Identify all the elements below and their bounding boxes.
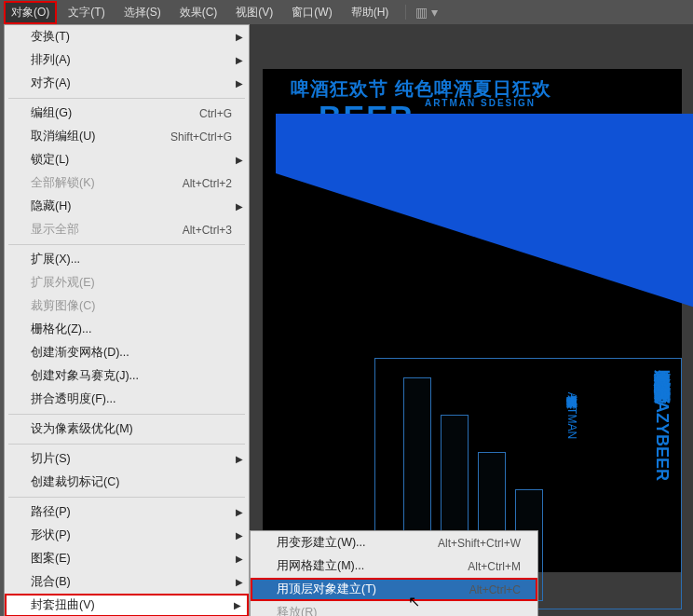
- menu-item-25[interactable]: 形状(P)▶: [5, 524, 249, 547]
- menu-item-24[interactable]: 路径(P)▶: [5, 500, 249, 524]
- submenu-item-3: 释放(R): [251, 601, 537, 616]
- chevron-right-icon: ▶: [236, 454, 243, 464]
- menu-item-4[interactable]: 编组(G)Ctrl+G: [5, 102, 249, 125]
- menu-item-11[interactable]: 扩展(X)...: [5, 248, 249, 271]
- submenu-item-2[interactable]: 用顶层对象建立(T)Alt+Ctrl+C: [251, 578, 537, 601]
- chevron-right-icon: ▶: [236, 78, 243, 89]
- chevron-right-icon: ▶: [236, 507, 243, 517]
- menu-item-2[interactable]: 对齐(A)▶: [5, 72, 249, 95]
- divider: [405, 5, 406, 20]
- menu-item-9: 显示全部Alt+Ctrl+3: [5, 218, 249, 241]
- menu-item-17[interactable]: 拼合透明度(F)...: [5, 388, 249, 411]
- menu-view[interactable]: 视图(V): [228, 1, 280, 24]
- chevron-right-icon: ▶: [236, 577, 243, 587]
- chevron-right-icon: ▶: [236, 32, 243, 42]
- menu-item-15[interactable]: 创建渐变网格(D)...: [5, 341, 249, 364]
- menu-item-6[interactable]: 锁定(L)▶: [5, 148, 249, 171]
- menu-item-19[interactable]: 设为像素级优化(M): [5, 418, 249, 441]
- envelope-distort-submenu: 用变形建立(W)...Alt+Shift+Ctrl+W用网格建立(M)...Al…: [250, 530, 538, 616]
- menu-separator: [8, 244, 245, 245]
- submenu-item-1[interactable]: 用网格建立(M)...Alt+Ctrl+M: [251, 554, 537, 578]
- chevron-right-icon: ▶: [236, 201, 243, 212]
- canvas-area[interactable]: 啤酒狂欢节 纯色啤酒夏日狂欢 疯凉狂 BEER ARTMAN SDESIGN 纯…: [250, 24, 693, 616]
- menu-separator: [8, 98, 245, 99]
- menu-object[interactable]: 对象(O): [4, 1, 57, 24]
- menu-item-14[interactable]: 栅格化(Z)...: [5, 318, 249, 341]
- menu-item-1[interactable]: 排列(A)▶: [5, 48, 249, 72]
- menu-effect[interactable]: 效果(C): [172, 1, 225, 24]
- artboard[interactable]: 啤酒狂欢节 纯色啤酒夏日狂欢 疯凉狂 BEER ARTMAN SDESIGN 纯…: [263, 69, 682, 572]
- menu-separator: [8, 497, 245, 498]
- menu-item-8[interactable]: 隐藏(H)▶: [5, 195, 249, 218]
- menu-window[interactable]: 窗口(W): [284, 1, 339, 24]
- menu-select[interactable]: 选择(S): [116, 1, 169, 24]
- menu-item-7: 全部解锁(K)Alt+Ctrl+2: [5, 171, 249, 195]
- chevron-right-icon: ▶: [234, 600, 241, 610]
- menu-item-12: 扩展外观(E): [5, 271, 249, 294]
- menu-help[interactable]: 帮助(H): [344, 1, 397, 24]
- menu-item-13: 裁剪图像(C): [5, 294, 249, 318]
- menu-item-5[interactable]: 取消编组(U)Shift+Ctrl+G: [5, 125, 249, 148]
- menu-item-16[interactable]: 创建对象马赛克(J)...: [5, 364, 249, 388]
- chevron-right-icon: ▶: [236, 155, 243, 165]
- menu-item-28[interactable]: 封套扭曲(V)▶: [5, 594, 249, 616]
- menu-item-21[interactable]: 切片(S)▶: [5, 447, 249, 471]
- menu-item-27[interactable]: 混合(B)▶: [5, 570, 249, 594]
- chevron-right-icon: ▶: [236, 554, 243, 564]
- arrange-docs-icon[interactable]: ▥ ▾: [415, 5, 438, 20]
- chevron-right-icon: ▶: [236, 55, 243, 65]
- menu-item-0[interactable]: 变换(T)▶: [5, 25, 249, 48]
- menu-item-26[interactable]: 图案(E)▶: [5, 547, 249, 570]
- menu-item-22[interactable]: 创建裁切标记(C): [5, 471, 249, 494]
- menu-separator: [8, 444, 245, 445]
- menu-type[interactable]: 文字(T): [61, 1, 112, 24]
- menu-separator: [8, 414, 245, 415]
- menubar: 对象(O) 文字(T) 选择(S) 效果(C) 视图(V) 窗口(W) 帮助(H…: [0, 0, 693, 24]
- object-menu-dropdown: 变换(T)▶排列(A)▶对齐(A)▶编组(G)Ctrl+G取消编组(U)Shif…: [4, 24, 250, 616]
- chevron-right-icon: ▶: [236, 530, 243, 541]
- submenu-item-0[interactable]: 用变形建立(W)...Alt+Shift+Ctrl+W: [251, 531, 537, 554]
